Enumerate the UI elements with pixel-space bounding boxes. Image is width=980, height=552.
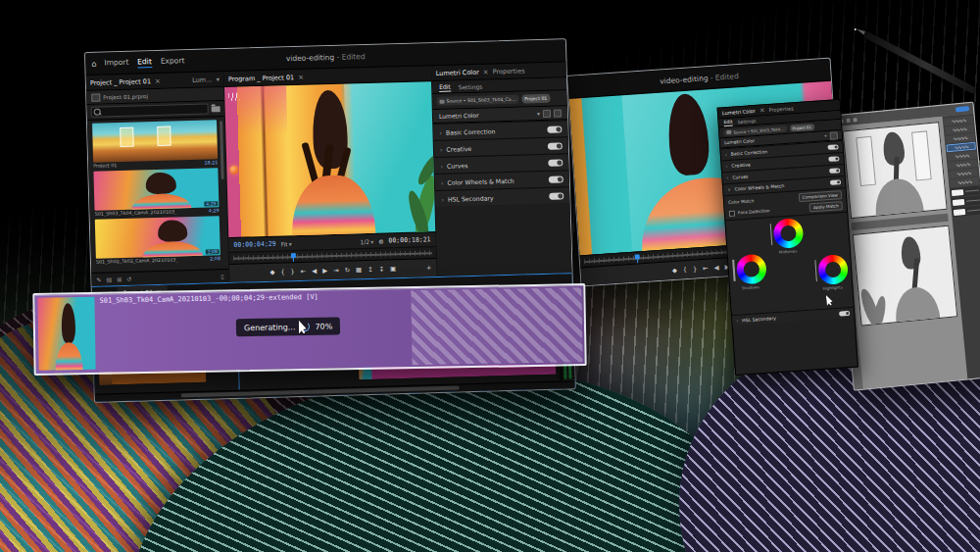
panel-option-icon[interactable]: [830, 131, 839, 140]
subtab-edit[interactable]: Edit: [439, 82, 451, 91]
highlights-color-wheel[interactable]: [817, 254, 849, 285]
folder-icon[interactable]: [212, 106, 220, 112]
window-title-text: video-editing: [286, 52, 335, 62]
shadows-slider[interactable]: [732, 260, 735, 281]
scrollbar[interactable]: [220, 121, 224, 179]
go-to-out-icon[interactable]: ⇥: [333, 267, 339, 275]
home-icon[interactable]: ⌂: [91, 59, 96, 68]
midtones-slider[interactable]: [769, 224, 772, 245]
target-chip[interactable]: Project 01: [789, 123, 813, 131]
add-marker-icon[interactable]: ◆: [270, 269, 274, 276]
section-label: Basic Correction: [731, 149, 768, 157]
go-to-in-icon[interactable]: ⇤: [703, 265, 709, 273]
new-item-icon[interactable]: ▯: [220, 273, 224, 279]
midtones-color-wheel[interactable]: [773, 218, 805, 249]
tab-properties[interactable]: Properties: [768, 105, 794, 113]
safe-margins-icon[interactable]: ▦: [356, 266, 362, 274]
clip-icon: [439, 99, 444, 103]
section-toggle[interactable]: [827, 144, 838, 150]
zoom-level-dropdown[interactable]: Fit▾: [280, 240, 291, 247]
close-icon[interactable]: ×: [298, 73, 304, 80]
mark-out-icon[interactable]: }: [290, 268, 294, 276]
highlights-slider[interactable]: [814, 260, 817, 281]
section-toggle[interactable]: [547, 125, 562, 132]
playhead-handle[interactable]: [291, 253, 296, 258]
section-toggle[interactable]: [549, 192, 564, 199]
lift-icon[interactable]: ↥: [368, 266, 373, 274]
comparison-view-button[interactable]: Comparison View: [798, 190, 842, 202]
project-item[interactable]: 2;08 S01_Sh02_Tk02_CamA_20210103_ 2;08: [95, 216, 220, 265]
add-marker-icon[interactable]: ◆: [672, 267, 678, 275]
export-frame-icon[interactable]: ▣: [390, 265, 396, 273]
program-monitor-panel: Program _ Project 01 ×: [224, 66, 437, 282]
subtab-settings[interactable]: Settings: [459, 82, 483, 90]
apply-match-button[interactable]: Apply Match: [809, 201, 843, 212]
list-view-icon[interactable]: ▤: [106, 276, 112, 282]
section-toggle[interactable]: [839, 311, 850, 317]
mark-in-icon[interactable]: {: [683, 266, 688, 274]
section-toggle[interactable]: [830, 179, 841, 185]
share-button[interactable]: [956, 106, 969, 112]
target-chip[interactable]: Project 01: [521, 94, 550, 104]
mark-out-icon[interactable]: }: [693, 265, 698, 273]
face-detection-checkbox[interactable]: [729, 210, 735, 216]
close-icon[interactable]: ×: [759, 106, 764, 114]
section-label: HSL Secondary: [448, 194, 494, 202]
source-clip-chip[interactable]: Source • S01_Sh03_Tk04_Ca…: [436, 95, 518, 106]
lumetri-color-panel: Lumetri Color × Properties Edit Settings…: [432, 62, 572, 276]
search-input[interactable]: [91, 103, 209, 117]
tab-project[interactable]: Project _ Project 01: [90, 77, 151, 87]
midtones-wheel-group: Midtones: [769, 218, 805, 255]
preset-label: Lumetri Color: [439, 112, 479, 120]
section-toggle[interactable]: [828, 156, 839, 162]
tab-properties[interactable]: Properties: [493, 67, 525, 75]
close-icon[interactable]: ×: [155, 76, 161, 84]
button-editor-icon[interactable]: +: [426, 264, 432, 272]
tab-export[interactable]: Export: [161, 56, 185, 68]
play-icon[interactable]: ▶: [322, 267, 327, 275]
lumetri-color-panel-secondary: Lumetri Color × Properties Edit Settings…: [717, 99, 858, 376]
go-to-in-icon[interactable]: ⇤: [301, 268, 307, 276]
tab-lumetri-color[interactable]: Lumetri Color: [722, 108, 756, 116]
tab-import[interactable]: Import: [104, 57, 128, 69]
layer-row[interactable]: [953, 205, 980, 217]
settings-wrench-icon[interactable]: ⚙: [378, 237, 384, 244]
chevron-right-icon: ›: [441, 178, 444, 185]
step-back-icon[interactable]: ◀: [713, 264, 719, 272]
toolbar-icon[interactable]: [853, 118, 857, 122]
subtab-edit[interactable]: Edit: [723, 119, 732, 126]
storyboard-frame-1[interactable]: [843, 122, 948, 219]
subtab-settings[interactable]: Settings: [737, 118, 756, 124]
panel-option-icon[interactable]: [543, 109, 551, 117]
undo-icon[interactable]: ↺: [126, 276, 131, 282]
toolbar-icon[interactable]: [846, 118, 850, 122]
playhead-handle[interactable]: [635, 254, 640, 259]
total-timecode: 00;00;18;21: [388, 235, 430, 244]
step-back-icon[interactable]: ◀: [312, 267, 317, 275]
current-timecode: 00;00;04;29: [233, 240, 275, 249]
loop-icon[interactable]: ↻: [344, 267, 350, 275]
storyboard-frame-2[interactable]: [853, 226, 958, 326]
tab-overflow[interactable]: Lum…: [192, 75, 213, 84]
mark-in-icon[interactable]: {: [280, 268, 284, 276]
project-item[interactable]: 4;29 S01_Sh03_Tk04_CamA_20210103_ 4;29: [93, 168, 219, 217]
workspace: Project _ Project 01 × Lum… ▾ Project 01…: [86, 62, 572, 286]
section-toggle[interactable]: [548, 142, 563, 149]
playback-resolution-dropdown[interactable]: 1/2▾: [360, 237, 373, 244]
chevron-down-icon: ▾: [216, 75, 219, 83]
section-toggle[interactable]: [549, 176, 564, 182]
duration-badge: 4;29: [204, 201, 218, 206]
section-toggle[interactable]: [548, 159, 563, 166]
close-icon[interactable]: ×: [483, 68, 489, 75]
project-item[interactable]: Project 01 18;21: [92, 120, 218, 169]
extract-icon[interactable]: ↧: [379, 266, 385, 274]
shadows-color-wheel[interactable]: [735, 254, 766, 285]
icon-view-icon[interactable]: ⊞: [117, 276, 122, 282]
floating-generative-clip[interactable]: S01_Sh03_Tk04_CamA_20210103_-00;00;04;29…: [32, 283, 586, 376]
tab-program[interactable]: Program _ Project 01: [228, 74, 295, 83]
pen-tool-icon[interactable]: ✎: [96, 276, 101, 283]
tab-edit[interactable]: Edit: [137, 57, 152, 68]
tab-lumetri-color[interactable]: Lumetri Color: [436, 68, 479, 76]
section-toggle[interactable]: [829, 168, 840, 174]
panel-option-icon[interactable]: [554, 109, 562, 117]
